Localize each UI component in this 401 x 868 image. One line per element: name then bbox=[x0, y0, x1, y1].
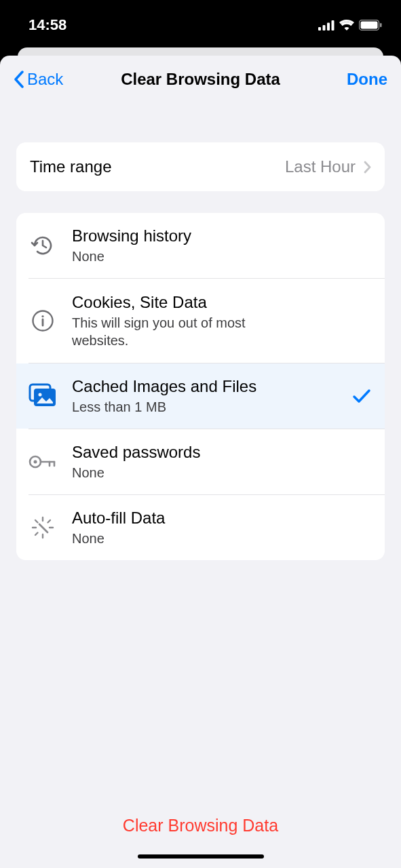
history-icon bbox=[28, 231, 57, 260]
content-area: Time range Last Hour bbox=[0, 103, 401, 868]
options-group: Browsing history None Cookies, Site Data… bbox=[16, 213, 385, 560]
wifi-icon bbox=[339, 20, 354, 31]
option-saved-passwords[interactable]: Saved passwords None bbox=[16, 429, 385, 494]
option-title: Auto-fill Data bbox=[72, 508, 371, 528]
key-icon bbox=[28, 448, 57, 476]
option-autofill[interactable]: Auto-fill Data None bbox=[16, 495, 385, 560]
status-icons bbox=[318, 20, 382, 31]
chevron-right-icon bbox=[364, 161, 371, 174]
svg-rect-1 bbox=[323, 25, 326, 31]
option-browsing-history[interactable]: Browsing history None bbox=[16, 213, 385, 278]
back-button[interactable]: Back bbox=[14, 70, 63, 89]
svg-line-19 bbox=[35, 533, 38, 536]
option-title: Browsing history bbox=[72, 226, 371, 246]
cellular-icon bbox=[318, 20, 335, 31]
svg-rect-3 bbox=[332, 20, 335, 31]
option-subtitle: None bbox=[72, 248, 371, 265]
svg-rect-2 bbox=[327, 22, 330, 31]
time-range-label: Time range bbox=[30, 157, 112, 176]
option-subtitle: Less than 1 MB bbox=[72, 398, 347, 416]
autofill-icon bbox=[28, 513, 57, 542]
option-cookies[interactable]: Cookies, Site Data This will sign you ou… bbox=[16, 279, 385, 363]
option-subtitle: This will sign you out of most websites. bbox=[72, 314, 248, 349]
svg-line-18 bbox=[35, 520, 38, 523]
option-cached-images[interactable]: Cached Images and Files Less than 1 MB bbox=[16, 363, 385, 429]
svg-point-8 bbox=[41, 315, 43, 317]
checkmark-icon bbox=[352, 389, 371, 403]
option-title: Cached Images and Files bbox=[72, 376, 347, 397]
home-indicator[interactable] bbox=[138, 854, 264, 859]
time-range-row[interactable]: Time range Last Hour bbox=[16, 142, 385, 191]
images-icon bbox=[28, 382, 57, 410]
nav-bar: Back Clear Browsing Data Done bbox=[0, 56, 401, 103]
time-range-value-wrap: Last Hour bbox=[285, 157, 371, 176]
svg-line-20 bbox=[48, 520, 51, 523]
status-bar: 14:58 bbox=[0, 0, 401, 39]
time-range-value: Last Hour bbox=[285, 157, 356, 176]
modal-sheet: Back Clear Browsing Data Done Time range… bbox=[0, 56, 401, 868]
svg-rect-0 bbox=[318, 27, 321, 31]
option-title: Saved passwords bbox=[72, 442, 371, 462]
svg-rect-6 bbox=[380, 23, 382, 27]
option-title: Cookies, Site Data bbox=[72, 292, 371, 313]
clear-browsing-data-button[interactable]: Clear Browsing Data bbox=[0, 805, 401, 854]
footer: Clear Browsing Data bbox=[0, 805, 401, 868]
option-subtitle: None bbox=[72, 530, 371, 547]
info-icon bbox=[28, 307, 57, 335]
done-button[interactable]: Done bbox=[347, 70, 387, 89]
svg-point-11 bbox=[39, 393, 42, 397]
svg-point-13 bbox=[34, 460, 37, 464]
chevron-left-icon bbox=[14, 71, 24, 88]
status-time: 14:58 bbox=[28, 16, 66, 34]
option-subtitle: None bbox=[72, 464, 371, 481]
svg-rect-10 bbox=[34, 389, 56, 406]
battery-icon bbox=[359, 20, 382, 31]
time-range-group: Time range Last Hour bbox=[16, 142, 385, 191]
back-label: Back bbox=[27, 70, 63, 89]
svg-rect-5 bbox=[361, 22, 378, 29]
